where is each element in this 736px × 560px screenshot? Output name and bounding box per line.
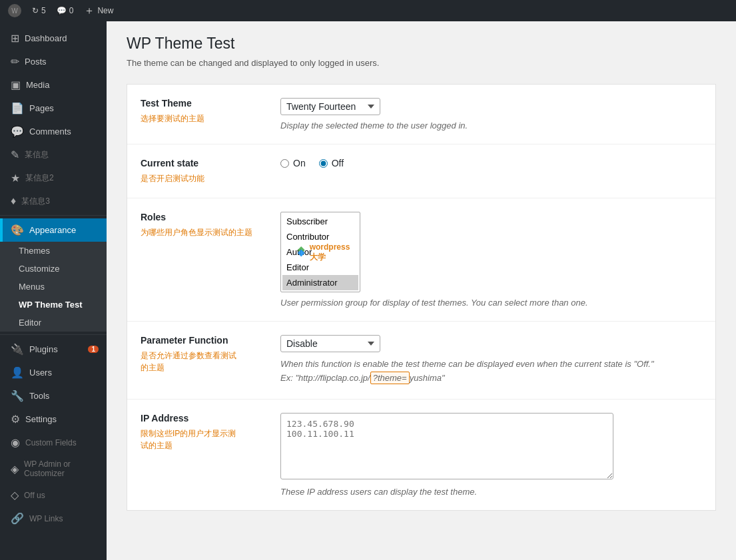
sidebar-item-pages[interactable]: 📄 Pages xyxy=(0,97,107,120)
test-theme-select[interactable]: Twenty Fourteen Twenty Fifteen Twenty Si… xyxy=(280,98,380,115)
roles-listbox-wrapper: Subscriber Contributor Author Editor Adm… xyxy=(280,212,360,292)
test-theme-label: Test Theme xyxy=(141,98,260,109)
roles-option-editor[interactable]: Editor xyxy=(282,260,358,275)
sidebar-label-pages: Pages xyxy=(29,103,54,113)
current-state-label-col: Current state 是否开启测试功能 xyxy=(127,158,274,184)
sidebar-item-comments[interactable]: 💬 Comments xyxy=(0,120,107,143)
param-highlight: ?theme= xyxy=(370,372,410,384)
new-button[interactable]: ＋ New xyxy=(84,4,113,18)
ip-address-control-col: These IP address users can display the t… xyxy=(274,413,715,497)
wp-logo[interactable]: W xyxy=(8,4,21,17)
roles-select[interactable]: Subscriber Contributor Author Editor Adm… xyxy=(280,212,360,292)
sidebar-item-customize[interactable]: Customize xyxy=(0,260,107,278)
sidebar-label-media: Media xyxy=(26,80,49,90)
plugins-icon: 🔌 xyxy=(11,343,24,356)
ip-address-label: IP Address xyxy=(141,413,260,423)
settings-table: Test Theme 选择要测试的主题 Twenty Fourteen Twen… xyxy=(127,84,716,511)
param-desc-line1: When this function is enable the test th… xyxy=(280,359,654,369)
sidebar-separator-2 xyxy=(0,334,107,335)
sidebar-label-off-us: Off us xyxy=(24,491,45,500)
sidebar-item-settings[interactable]: ⚙ Settings xyxy=(0,408,107,431)
roles-option-author[interactable]: Author xyxy=(282,244,358,260)
sidebar-item-off-us[interactable]: ◇ Off us xyxy=(0,483,107,507)
current-state-on-label[interactable]: On xyxy=(280,158,306,168)
main-layout: ⊞ Dashboard ✏ Posts ▣ Media 📄 Pages 💬 Co… xyxy=(0,21,736,560)
test-theme-control-col: Twenty Fourteen Twenty Fifteen Twenty Si… xyxy=(274,98,715,131)
sidebar-label-info3: 某信息3 xyxy=(21,196,50,207)
sidebar-label-users: Users xyxy=(29,368,52,378)
roles-label: Roles xyxy=(141,212,260,222)
admin-bar: W ↻ 5 💬 0 ＋ New xyxy=(0,0,736,21)
sidebar-label-editor: Editor xyxy=(19,318,41,328)
sidebar-label-wp-links: WP Links xyxy=(29,514,63,523)
sidebar-label-custom-fields: Custom Fields xyxy=(25,438,77,447)
current-state-on-text: On xyxy=(293,158,306,168)
page-subtitle: The theme can be changed and displayed t… xyxy=(127,58,716,68)
sidebar-item-info2[interactable]: ★ 某信息2 xyxy=(0,166,107,190)
roles-option-subscriber[interactable]: Subscriber xyxy=(282,214,358,229)
updates-button[interactable]: ↻ 5 xyxy=(32,6,46,15)
sidebar-item-custom-fields[interactable]: ◉ Custom Fields xyxy=(0,431,107,454)
roles-option-administrator[interactable]: Administrator xyxy=(282,275,358,290)
test-theme-row: Test Theme 选择要测试的主题 Twenty Fourteen Twen… xyxy=(127,85,715,144)
sidebar-item-posts[interactable]: ✏ Posts xyxy=(0,50,107,73)
appearance-icon: 🎨 xyxy=(11,224,24,236)
roles-hint: 为哪些用户角色显示测试的主题 xyxy=(141,226,260,238)
sidebar-item-users[interactable]: 👤 Users xyxy=(0,361,107,384)
sidebar-label-plugins: Plugins xyxy=(29,344,58,354)
roles-row: Roles 为哪些用户角色显示测试的主题 Subscriber Contribu… xyxy=(127,198,715,322)
param-desc-line2: Ex: "http://flipclap.co.jp/ xyxy=(280,373,370,383)
sidebar-label-wpthemetest: WP Theme Test xyxy=(19,300,83,310)
sidebar-item-media[interactable]: ▣ Media xyxy=(0,73,107,97)
sidebar-item-info3[interactable]: ♦ 某信息3 xyxy=(0,190,107,212)
param-desc-line3: yushima" xyxy=(410,373,445,383)
current-state-radio-group: On Off xyxy=(280,158,702,168)
info3-icon: ♦ xyxy=(11,195,16,207)
info1-icon: ✎ xyxy=(11,148,19,161)
ip-address-description: These IP address users can display the t… xyxy=(280,487,702,497)
sidebar: ⊞ Dashboard ✏ Posts ▣ Media 📄 Pages 💬 Co… xyxy=(0,21,107,560)
wp-links-icon: 🔗 xyxy=(11,512,24,525)
sidebar-item-themes[interactable]: Themes xyxy=(0,242,107,260)
wp-admin-icon: ◈ xyxy=(11,463,19,475)
test-theme-hint: 选择要测试的主题 xyxy=(141,113,260,125)
sidebar-item-editor[interactable]: Editor xyxy=(0,314,107,332)
roles-option-contributor[interactable]: Contributor xyxy=(282,229,358,244)
dashboard-icon: ⊞ xyxy=(11,32,19,45)
content-area: WP Theme Test The theme can be changed a… xyxy=(107,21,736,560)
sidebar-label-info2: 某信息2 xyxy=(25,172,54,184)
sidebar-separator xyxy=(0,215,107,216)
ip-address-label-col: IP Address 限制这些IP的用户才显示测试的主题 xyxy=(127,413,274,451)
test-theme-label-col: Test Theme 选择要测试的主题 xyxy=(127,98,274,125)
sidebar-label-posts: Posts xyxy=(25,57,47,67)
roles-description: User permission group for display of tes… xyxy=(280,298,702,308)
parameter-function-description: When this function is enable the test th… xyxy=(280,358,702,386)
ip-address-textarea[interactable] xyxy=(280,413,613,479)
parameter-function-label-col: Parameter Function 是否允许通过参数查看测试 的主题 xyxy=(127,335,274,374)
sidebar-item-plugins[interactable]: 🔌 Plugins 1 xyxy=(0,338,107,361)
sidebar-item-wpthemetest[interactable]: WP Theme Test xyxy=(0,296,107,314)
settings-icon: ⚙ xyxy=(11,413,20,425)
off-us-icon: ◇ xyxy=(11,489,19,501)
parameter-function-hint: 是否允许通过参数查看测试 的主题 xyxy=(141,350,260,374)
ip-address-row: IP Address 限制这些IP的用户才显示测试的主题 These IP ad… xyxy=(127,400,715,510)
sidebar-item-appearance[interactable]: 🎨 Appearance xyxy=(0,218,107,242)
sidebar-label-menus: Menus xyxy=(19,282,45,292)
sidebar-item-tools[interactable]: 🔧 Tools xyxy=(0,384,107,408)
sidebar-label-comments: Comments xyxy=(29,127,71,137)
sidebar-item-info1[interactable]: ✎ 某信息 xyxy=(0,143,107,166)
sidebar-label-customize: Customize xyxy=(19,264,59,274)
parameter-function-select[interactable]: Disable Enable xyxy=(280,335,380,352)
comments-button[interactable]: 💬 0 xyxy=(57,6,74,15)
sidebar-item-dashboard[interactable]: ⊞ Dashboard xyxy=(0,27,107,50)
parameter-function-hint-line1: 是否允许通过参数查看测试 xyxy=(141,351,236,360)
current-state-on-radio[interactable] xyxy=(280,159,289,168)
current-state-off-label[interactable]: Off xyxy=(319,158,344,168)
sidebar-item-wp-links[interactable]: 🔗 WP Links xyxy=(0,507,107,530)
parameter-function-hint-line2: 的主题 xyxy=(141,363,165,372)
ip-address-hint: 限制这些IP的用户才显示测试的主题 xyxy=(141,427,260,451)
current-state-off-radio[interactable] xyxy=(319,159,328,168)
comments-icon: 💬 xyxy=(11,125,24,138)
sidebar-item-menus[interactable]: Menus xyxy=(0,278,107,296)
sidebar-item-wp-admin[interactable]: ◈ WP Admin or Customizer xyxy=(0,454,107,483)
